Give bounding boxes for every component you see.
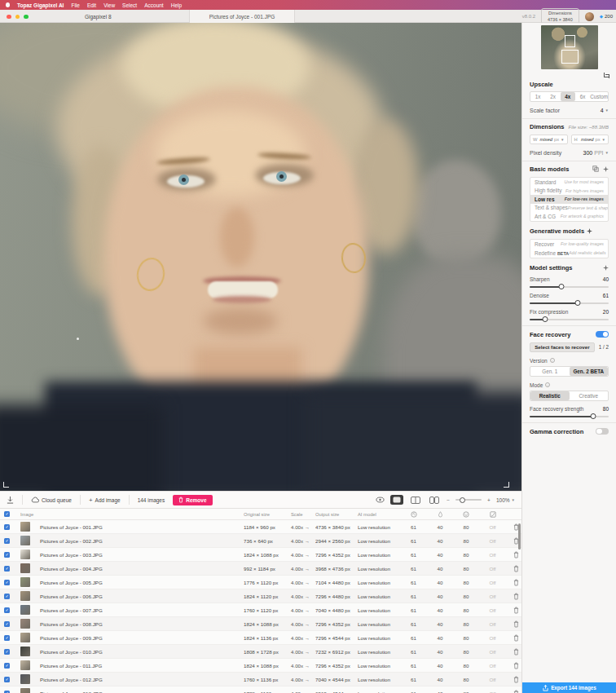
scale-option-1x[interactable]: 1x <box>530 92 545 101</box>
model-art-cg[interactable]: Art & CGFor artwork & graphics <box>530 212 608 221</box>
row-delete-button[interactable] <box>506 676 521 683</box>
select-faces-button[interactable]: Select faces to recover <box>530 342 595 352</box>
scale-option-4x[interactable]: 4x <box>561 92 575 101</box>
version-option-gen-2-beta[interactable]: Gen. 2 BETA <box>570 367 609 376</box>
close-window-button[interactable] <box>7 15 11 20</box>
row-checkbox[interactable]: ✓ <box>4 594 10 599</box>
model-high-fidelity[interactable]: High fidelityFor high-res images <box>530 187 608 196</box>
row-delete-button[interactable] <box>506 620 521 628</box>
row-delete-button[interactable] <box>506 662 521 669</box>
table-row[interactable]: ✓Pictures of Joyce - 003.JPG1824 × 1088 … <box>0 548 521 562</box>
single-view-button[interactable] <box>390 495 403 505</box>
account-avatar[interactable] <box>585 12 594 21</box>
row-checkbox[interactable]: ✓ <box>4 649 10 655</box>
select-all-checkbox[interactable]: ✓ <box>4 511 10 517</box>
side-by-side-view-button[interactable] <box>428 495 441 505</box>
fix-compression-slider[interactable] <box>530 319 609 320</box>
navigator-thumbnail[interactable] <box>541 25 598 69</box>
app-menu-title[interactable]: Topaz Gigapixel AI <box>17 2 64 8</box>
add-image-button[interactable]: + Add image <box>86 497 124 504</box>
table-scrollbar[interactable] <box>518 523 521 550</box>
mode-option-realistic[interactable]: Realistic <box>530 391 570 400</box>
auto-settings-icon[interactable] <box>603 265 609 271</box>
pixel-density-row[interactable]: Pixel density 300PPI▼ <box>530 150 609 156</box>
row-checkbox[interactable]: ✓ <box>4 621 10 627</box>
row-checkbox[interactable]: ✓ <box>4 566 10 572</box>
zoom-slider-handle[interactable] <box>460 497 465 503</box>
model-low-res[interactable]: Low resFor low-res images <box>530 195 608 204</box>
sharpen-handle[interactable] <box>558 284 564 289</box>
gamma-correction-toggle[interactable] <box>596 428 609 435</box>
face-recovery-toggle[interactable] <box>596 331 609 338</box>
table-row[interactable]: ✓Pictures of Joyce - 012.JPG1760 × 1136 … <box>0 673 521 686</box>
table-row[interactable]: ✓Pictures of Joyce - 004.JPG992 × 1184 p… <box>0 562 521 576</box>
row-checkbox[interactable]: ✓ <box>4 524 10 530</box>
menu-file[interactable]: File <box>71 2 79 8</box>
sharpen-slider[interactable] <box>530 286 609 288</box>
table-row[interactable]: ✓Pictures of Joyce - 002.JPG736 × 640 px… <box>0 534 521 548</box>
face-recovery-strength-handle[interactable] <box>590 413 596 419</box>
width-field[interactable]: W mixed px ▼ <box>530 135 568 144</box>
remove-button[interactable]: Remove <box>173 495 212 505</box>
row-checkbox[interactable]: ✓ <box>4 663 10 669</box>
preview-original-icon[interactable] <box>376 497 385 504</box>
scale-factor-row[interactable]: Scale factor 4▼ <box>530 108 609 113</box>
table-row[interactable]: ✓Pictures of Joyce - 013.JPG1728 × 1136 … <box>0 686 521 693</box>
split-view-button[interactable] <box>409 495 422 505</box>
face-recovery-strength-slider[interactable] <box>530 416 609 417</box>
info-icon[interactable] <box>550 358 555 363</box>
zoom-out-icon[interactable]: − <box>447 497 450 503</box>
row-checkbox[interactable]: ✓ <box>4 538 10 544</box>
row-checkbox[interactable]: ✓ <box>4 691 10 693</box>
menu-account[interactable]: Account <box>144 2 164 8</box>
row-checkbox[interactable]: ✓ <box>4 607 10 613</box>
collapse-panel-icon[interactable] <box>0 497 17 504</box>
row-delete-button[interactable] <box>506 593 521 600</box>
row-checkbox[interactable]: ✓ <box>4 677 10 682</box>
minimize-window-button[interactable] <box>15 15 20 20</box>
row-delete-button[interactable] <box>506 690 521 693</box>
row-checkbox[interactable]: ✓ <box>4 580 10 585</box>
compare-models-icon[interactable] <box>592 166 599 173</box>
mode-option-creative[interactable]: Creative <box>570 391 609 400</box>
apple-menu-icon[interactable] <box>6 2 10 7</box>
credits-badge[interactable]: ◆ 200 <box>600 14 613 19</box>
crop-icon[interactable] <box>603 73 609 78</box>
export-button[interactable]: Export 144 images <box>522 682 616 693</box>
table-row[interactable]: ✓Pictures of Joyce - 007.JPG1760 × 1120 … <box>0 603 521 617</box>
auto-model-icon[interactable] <box>603 166 609 172</box>
row-checkbox[interactable]: ✓ <box>4 635 10 641</box>
menu-help[interactable]: Help <box>171 2 182 8</box>
table-row[interactable]: ✓Pictures of Joyce - 006.JPG1824 × 1120 … <box>0 589 521 603</box>
image-viewport[interactable] <box>0 23 521 491</box>
table-row[interactable]: ✓Pictures of Joyce - 011.JPG1824 × 1088 … <box>0 659 521 673</box>
scale-option-6x[interactable]: 6x <box>575 92 590 101</box>
model-redefine[interactable]: RedefineBETAAdd realistic details <box>530 249 608 258</box>
model-recover[interactable]: RecoverFor low-quality images <box>530 240 608 249</box>
height-field[interactable]: H mixed px ▼ <box>571 135 609 144</box>
zoom-window-button[interactable] <box>24 15 29 20</box>
row-delete-button[interactable] <box>506 648 521 655</box>
row-delete-button[interactable] <box>506 551 521 558</box>
row-delete-button[interactable] <box>506 579 521 586</box>
table-row[interactable]: ✓Pictures of Joyce - 008.JPG1824 × 1088 … <box>0 617 521 631</box>
zoom-in-icon[interactable]: + <box>487 497 491 503</box>
document-tab[interactable]: Pictures of Joyce - 001.JPG <box>189 10 295 23</box>
zoom-level-dropdown[interactable]: 100% ▼ <box>496 497 515 503</box>
model-text-shapes[interactable]: Text & shapesPreserve text & shapes <box>530 204 608 213</box>
cloud-queue-button[interactable]: Cloud queue <box>28 497 75 503</box>
table-row[interactable]: ✓Pictures of Joyce - 001.JPG1184 × 960 p… <box>0 520 521 534</box>
row-delete-button[interactable] <box>506 634 521 642</box>
model-standard[interactable]: StandardUse for most images <box>530 178 608 187</box>
zoom-slider[interactable] <box>455 499 482 501</box>
row-delete-button[interactable] <box>506 607 521 614</box>
menu-view[interactable]: View <box>103 2 115 8</box>
menu-select[interactable]: Select <box>122 2 137 8</box>
denoise-slider[interactable] <box>530 302 609 304</box>
version-option-gen-1[interactable]: Gen. 1 <box>530 367 570 376</box>
row-checkbox[interactable]: ✓ <box>4 552 10 558</box>
menu-edit[interactable]: Edit <box>87 2 96 8</box>
table-row[interactable]: ✓Pictures of Joyce - 010.JPG1808 × 1728 … <box>0 645 521 659</box>
info-icon[interactable] <box>545 382 550 387</box>
row-delete-button[interactable] <box>506 565 521 572</box>
